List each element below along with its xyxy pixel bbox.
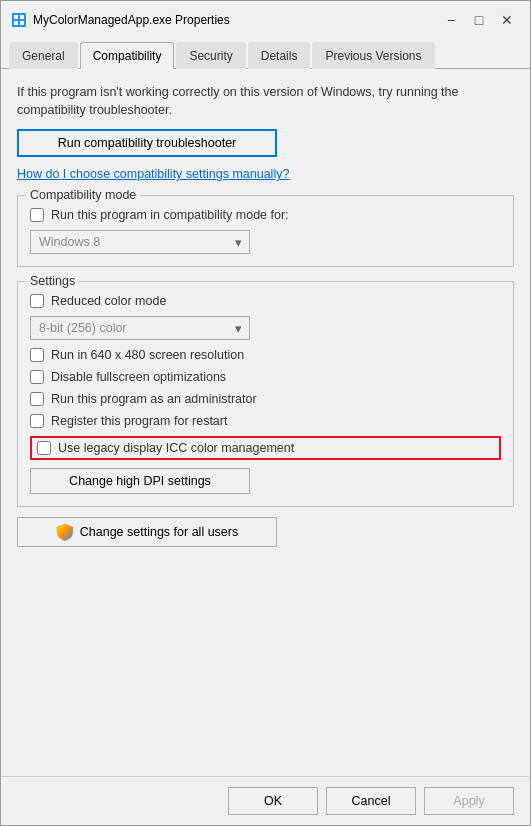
compat-dropdown-wrapper: Windows 8 Windows 7 Windows Vista Window… — [30, 230, 250, 254]
register-restart-checkbox[interactable] — [30, 414, 44, 428]
settings-group-content: Reduced color mode 8-bit (256) color 16-… — [30, 294, 501, 494]
legacy-icc-label: Use legacy display ICC color management — [58, 441, 294, 455]
tab-content: If this program isn't working correctly … — [1, 69, 530, 776]
troubleshooter-btn-wrapper: Run compatibility troubleshooter — [17, 129, 514, 157]
change-dpi-button[interactable]: Change high DPI settings — [30, 468, 250, 494]
run-640-label: Run in 640 x 480 screen resolution — [51, 348, 244, 362]
register-restart-row[interactable]: Register this program for restart — [30, 414, 501, 428]
disable-fullscreen-checkbox[interactable] — [30, 370, 44, 384]
info-text: If this program isn't working correctly … — [17, 83, 514, 119]
tab-security[interactable]: Security — [176, 42, 245, 69]
svg-rect-2 — [20, 15, 24, 19]
svg-rect-3 — [14, 21, 18, 25]
compat-mode-group: Compatibility mode Run this program in c… — [17, 195, 514, 267]
compat-mode-content: Run this program in compatibility mode f… — [30, 208, 501, 254]
close-button[interactable]: ✕ — [494, 9, 520, 31]
bottom-bar: OK Cancel Apply — [1, 776, 530, 825]
svg-rect-4 — [20, 21, 24, 25]
svg-rect-1 — [14, 15, 18, 19]
tab-previous-versions[interactable]: Previous Versions — [312, 42, 434, 69]
ok-button[interactable]: OK — [228, 787, 318, 815]
shield-icon — [56, 523, 74, 541]
apply-button[interactable]: Apply — [424, 787, 514, 815]
change-all-btn-wrapper: Change settings for all users — [17, 517, 514, 547]
run-640-row[interactable]: Run in 640 x 480 screen resolution — [30, 348, 501, 362]
legacy-icc-row[interactable]: Use legacy display ICC color management — [30, 436, 501, 460]
change-all-label: Change settings for all users — [80, 525, 238, 539]
minimize-button[interactable]: − — [438, 9, 464, 31]
title-bar: MyColorManagedApp.exe Properties − □ ✕ — [1, 1, 530, 37]
maximize-button[interactable]: □ — [466, 9, 492, 31]
settings-group: Settings Reduced color mode 8-bit (256) … — [17, 281, 514, 507]
run-admin-label: Run this program as an administrator — [51, 392, 257, 406]
tab-bar: General Compatibility Security Details P… — [1, 37, 530, 69]
disable-fullscreen-row[interactable]: Disable fullscreen optimizations — [30, 370, 501, 384]
legacy-icc-checkbox[interactable] — [37, 441, 51, 455]
settings-group-label: Settings — [26, 274, 79, 288]
cancel-button[interactable]: Cancel — [326, 787, 416, 815]
tab-general[interactable]: General — [9, 42, 78, 69]
properties-window: MyColorManagedApp.exe Properties − □ ✕ G… — [0, 0, 531, 826]
window-icon — [11, 12, 27, 28]
reduced-color-checkbox[interactable] — [30, 294, 44, 308]
reduced-color-row[interactable]: Reduced color mode — [30, 294, 501, 308]
window-title: MyColorManagedApp.exe Properties — [33, 13, 230, 27]
change-all-button[interactable]: Change settings for all users — [17, 517, 277, 547]
change-dpi-btn-wrapper: Change high DPI settings — [30, 468, 501, 494]
compat-mode-checkbox-label: Run this program in compatibility mode f… — [51, 208, 289, 222]
run-640-checkbox[interactable] — [30, 348, 44, 362]
title-bar-left: MyColorManagedApp.exe Properties — [11, 12, 230, 28]
compat-mode-label: Compatibility mode — [26, 188, 140, 202]
run-admin-row[interactable]: Run this program as an administrator — [30, 392, 501, 406]
troubleshooter-button[interactable]: Run compatibility troubleshooter — [17, 129, 277, 157]
compat-dropdown[interactable]: Windows 8 Windows 7 Windows Vista Window… — [30, 230, 250, 254]
compat-mode-checkbox-row[interactable]: Run this program in compatibility mode f… — [30, 208, 501, 222]
disable-fullscreen-label: Disable fullscreen optimizations — [51, 370, 226, 384]
tab-details[interactable]: Details — [248, 42, 311, 69]
tab-compatibility[interactable]: Compatibility — [80, 42, 175, 69]
color-dropdown-wrapper: 8-bit (256) color 16-bit color — [30, 316, 250, 340]
help-link[interactable]: How do I choose compatibility settings m… — [17, 167, 514, 181]
run-admin-checkbox[interactable] — [30, 392, 44, 406]
title-bar-controls: − □ ✕ — [438, 9, 520, 31]
register-restart-label: Register this program for restart — [51, 414, 227, 428]
compat-mode-checkbox[interactable] — [30, 208, 44, 222]
color-dropdown[interactable]: 8-bit (256) color 16-bit color — [30, 316, 250, 340]
reduced-color-label: Reduced color mode — [51, 294, 166, 308]
